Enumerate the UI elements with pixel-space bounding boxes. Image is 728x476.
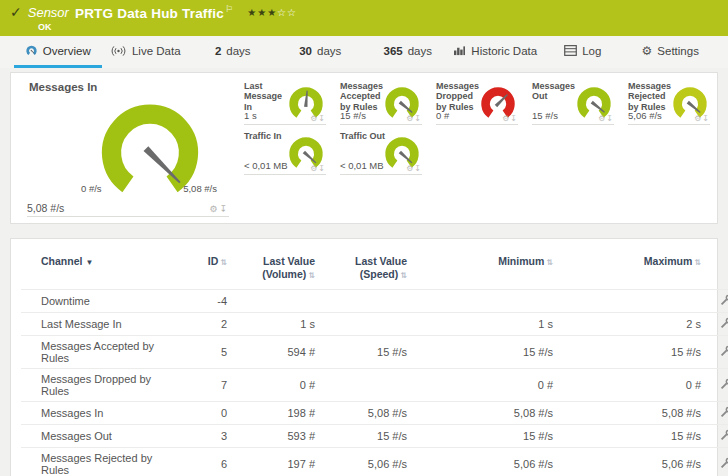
stars-filled[interactable]: ★★★ bbox=[247, 7, 277, 18]
tab-30-days[interactable]: 30 days bbox=[277, 36, 365, 68]
last-value-volume: 0 # bbox=[231, 369, 319, 402]
channel-settings-button[interactable] bbox=[720, 429, 728, 443]
gauge-tile-last-message-in: Last Message In 1 s ⚙↧ bbox=[244, 75, 326, 125]
channel-id: 7 bbox=[179, 369, 231, 402]
gauges-panel: Messages In 0 #/s 5,08 #/s 5,08 #/s ⚙↧ L… bbox=[10, 72, 718, 224]
gauge-scale-min: 0 #/s bbox=[81, 183, 102, 194]
tab-settings[interactable]: ⚙ Settings bbox=[627, 36, 715, 68]
gauge-tile-messages-out: Messages Out 15 #/s ⚙↧ bbox=[532, 75, 614, 125]
column-header-last-speed[interactable]: Last Value (Speed)⇅ bbox=[319, 243, 411, 290]
gauge-value: 15 #/s bbox=[532, 110, 558, 121]
channel-settings-cell bbox=[705, 290, 728, 313]
gauge-actions[interactable]: ⚙↧ bbox=[310, 164, 326, 173]
table-row[interactable]: Messages Out3593 #15 #/s15 #/s15 #/s bbox=[21, 425, 728, 448]
channel-settings-cell bbox=[705, 402, 728, 425]
column-header-minimum[interactable]: Minimum⇅ bbox=[411, 243, 557, 290]
sort-icon: ⇅ bbox=[308, 271, 315, 280]
maximum-value: 15 #/s bbox=[557, 336, 705, 369]
gauge-actions[interactable]: ⚙↧ bbox=[598, 114, 614, 123]
download-icon[interactable]: ↧ bbox=[510, 114, 518, 123]
minimum-value: 15 #/s bbox=[411, 425, 557, 448]
gauge-title: Messages In bbox=[29, 81, 227, 93]
table-row[interactable]: Messages Accepted by Rules5594 #15 #/s15… bbox=[21, 336, 728, 369]
channel-settings-button[interactable] bbox=[720, 457, 728, 471]
stars-empty[interactable]: ☆☆ bbox=[277, 7, 297, 18]
download-icon[interactable]: ↧ bbox=[318, 114, 326, 123]
header-label: Minimum bbox=[498, 255, 544, 267]
table-row[interactable]: Messages Dropped by Rules70 #0 #0 # bbox=[21, 369, 728, 402]
column-header-actions bbox=[705, 243, 728, 290]
last-value-speed: 15 #/s bbox=[319, 425, 411, 448]
sort-icon: ⇅ bbox=[220, 258, 227, 267]
gauge-tile-messages-rejected: Messages Rejected by Rules 5,06 #/s ⚙↧ bbox=[628, 75, 710, 125]
download-icon[interactable]: ↧ bbox=[318, 164, 326, 173]
minimum-value: 15 #/s bbox=[411, 336, 557, 369]
tab-2-days[interactable]: 2 days bbox=[189, 36, 277, 68]
minimum-value: 5,06 #/s bbox=[411, 448, 557, 476]
download-icon[interactable]: ↧ bbox=[414, 164, 422, 173]
download-icon[interactable]: ↧ bbox=[414, 114, 422, 123]
tab-label: Log bbox=[582, 45, 601, 57]
status-badge: OK bbox=[38, 22, 718, 32]
header-label: Channel bbox=[41, 255, 82, 267]
tab-live-data[interactable]: Live Data bbox=[102, 36, 190, 68]
last-value-speed bbox=[319, 369, 411, 402]
download-icon[interactable]: ↧ bbox=[606, 114, 614, 123]
gauge-actions[interactable]: ⚙↧ bbox=[406, 114, 422, 123]
channel-name: Messages Out bbox=[21, 425, 179, 448]
tab-label: Historic Data bbox=[471, 45, 537, 57]
page-title: PRTG Data Hub Traffic⚐ bbox=[75, 4, 233, 21]
maximum-value: 15 #/s bbox=[557, 425, 705, 448]
channel-name: Messages Rejected by Rules bbox=[21, 448, 179, 476]
channel-settings-button[interactable] bbox=[720, 317, 728, 331]
tab-log[interactable]: Log bbox=[539, 36, 627, 68]
column-header-maximum[interactable]: Maximum⇅ bbox=[557, 243, 705, 290]
column-header-channel[interactable]: Channel▼ bbox=[21, 243, 179, 290]
object-kind-label: Sensor bbox=[28, 5, 69, 20]
gauge-actions[interactable]: ⚙↧ bbox=[694, 114, 710, 123]
channel-settings-button[interactable] bbox=[720, 406, 728, 420]
last-value-speed bbox=[319, 313, 411, 336]
tab-historic-data[interactable]: Historic Data bbox=[452, 36, 540, 68]
gear-icon: ⚙ bbox=[642, 45, 653, 57]
tab-label: days bbox=[226, 45, 250, 57]
table-row[interactable]: Last Message In21 s1 s2 s bbox=[21, 313, 728, 336]
gauge-value: 1 s bbox=[244, 110, 257, 121]
last-value-speed: 5,08 #/s bbox=[319, 402, 411, 425]
gauge-actions[interactable]: ⚙↧ bbox=[406, 164, 422, 173]
tab-label: days bbox=[317, 45, 341, 57]
table-row[interactable]: Messages Rejected by Rules6197 #5,06 #/s… bbox=[21, 448, 728, 476]
column-header-id[interactable]: ID⇅ bbox=[179, 243, 231, 290]
last-value-volume bbox=[231, 290, 319, 313]
sensor-title-text: PRTG Data Hub Traffic bbox=[75, 6, 224, 21]
minimum-value: 0 # bbox=[411, 369, 557, 402]
channel-name: Downtime bbox=[21, 290, 179, 313]
channel-name: Messages Accepted by Rules bbox=[21, 336, 179, 369]
tab-overview[interactable]: Overview bbox=[14, 36, 102, 68]
download-icon[interactable]: ↧ bbox=[219, 204, 229, 214]
gauge-actions[interactable]: ⚙↧ bbox=[209, 204, 229, 214]
column-header-last-volume[interactable]: Last Value (Volume)⇅ bbox=[231, 243, 319, 290]
channel-settings-cell bbox=[705, 425, 728, 448]
minimum-value bbox=[411, 290, 557, 313]
gear-icon[interactable]: ⚙ bbox=[209, 204, 219, 214]
gauge-actions[interactable]: ⚙↧ bbox=[310, 114, 326, 123]
channel-settings-button[interactable] bbox=[720, 294, 728, 308]
channel-settings-cell bbox=[705, 336, 728, 369]
tab-label: Live Data bbox=[132, 45, 181, 57]
flag-icon[interactable]: ⚐ bbox=[225, 4, 233, 14]
tab-365-days[interactable]: 365 days bbox=[364, 36, 452, 68]
last-value-volume: 1 s bbox=[231, 313, 319, 336]
channel-table: Channel▼ ID⇅ Last Value (Volume)⇅ Last V… bbox=[21, 243, 728, 476]
maximum-value: 2 s bbox=[557, 313, 705, 336]
table-row[interactable]: Messages In0198 #5,08 #/s5,08 #/s5,08 #/… bbox=[21, 402, 728, 425]
priority-stars[interactable]: ★★★☆☆ bbox=[247, 7, 297, 18]
channel-settings-button[interactable] bbox=[720, 378, 728, 392]
download-icon[interactable]: ↧ bbox=[702, 114, 710, 123]
gauge-scale: 0 #/s 5,08 #/s bbox=[81, 183, 217, 194]
gauge-actions[interactable]: ⚙↧ bbox=[502, 114, 518, 123]
table-row[interactable]: Downtime-4 bbox=[21, 290, 728, 313]
channel-settings-button[interactable] bbox=[720, 345, 728, 359]
last-value-volume: 198 # bbox=[231, 402, 319, 425]
sensor-header-bar: ✓ Sensor PRTG Data Hub Traffic⚐ ★★★☆☆ OK bbox=[0, 0, 728, 36]
